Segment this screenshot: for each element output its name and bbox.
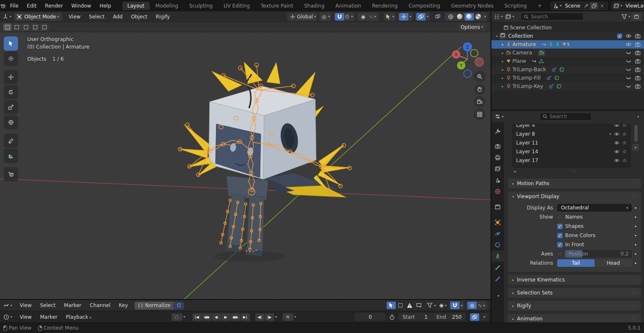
tool-add-cube[interactable] (4, 167, 18, 181)
outliner-filter-dropdown[interactable]: ▾ (621, 14, 630, 20)
panel-inverse-kinematics[interactable]: ▸Inverse Kinematics∷∷ (507, 274, 641, 285)
animate-dot[interactable]: • (632, 215, 637, 219)
tab-output[interactable] (491, 152, 504, 163)
expand-icon[interactable]: ▸ (501, 68, 505, 72)
normalize-button[interactable]: Normalize (135, 302, 174, 310)
graph-snap-dropdown[interactable]: ▾ (461, 304, 462, 307)
editor-type-timeline[interactable]: ▾ (3, 314, 12, 320)
auto-keying-record-button[interactable]: ○ (171, 313, 182, 321)
shading-material-preview-button[interactable] (465, 13, 474, 21)
graph-show-errors-toggle[interactable] (405, 302, 414, 309)
timeline-menu-view[interactable]: View (16, 314, 36, 320)
viewport-menu-add[interactable]: Add (109, 14, 127, 20)
select-mode-invert-button[interactable] (31, 23, 39, 31)
menu-edit[interactable]: Edit (23, 3, 41, 9)
viewport-menu-object[interactable]: Object (127, 14, 151, 20)
pan-hand-button[interactable] (474, 83, 486, 95)
layer-solo-icon[interactable]: ☆ (622, 149, 627, 155)
layer-visibility-icon[interactable] (614, 124, 619, 128)
panel-grip[interactable]: ∷∷ (632, 181, 638, 186)
properties-search[interactable] (540, 113, 592, 121)
disable-render-icon[interactable] (635, 58, 641, 64)
panel-rigify[interactable]: ▸Rigify∷∷ (507, 300, 641, 311)
menu-window[interactable]: Window (67, 3, 95, 9)
animate-dot[interactable]: • (632, 252, 637, 256)
gizmo-dropdown[interactable]: ▾ (410, 15, 411, 18)
expand-icon[interactable]: ▸ (501, 85, 505, 88)
graph-falloff-dropdown[interactable]: ∿▾ (477, 302, 486, 309)
row-collection[interactable]: ▾ Collection ✓ (491, 32, 644, 40)
list-expand-icon[interactable]: ► (514, 170, 517, 173)
row-armature[interactable]: ▸ Armature ↪ 5 (491, 40, 644, 49)
animate-dot[interactable]: • (632, 206, 637, 210)
current-frame-field[interactable]: 0 (355, 313, 386, 321)
axes-checkbox[interactable] (557, 251, 563, 257)
panel-grip[interactable]: ∷∷ (632, 291, 638, 295)
snap-settings-dropdown[interactable]: ▾ (344, 13, 353, 21)
shading-solid-button[interactable] (455, 13, 465, 21)
scene-name[interactable]: Scene (561, 3, 584, 9)
tool-cursor[interactable] (4, 52, 18, 66)
tab-texture-paint[interactable]: Texture Paint (256, 2, 298, 10)
viewport-3d[interactable]: User Orthographic (0) Collection | Armat… (0, 32, 491, 299)
graph-select-toggle[interactable] (387, 302, 396, 309)
tab-scripting[interactable]: Scripting (499, 2, 532, 10)
tab-sculpting[interactable]: Sculpting (184, 2, 218, 10)
row-scene-collection[interactable]: Scene Collection (491, 23, 644, 32)
select-mode-subtract-button[interactable] (22, 23, 30, 31)
names-checkbox[interactable] (557, 214, 563, 220)
list-resize-grip[interactable]: ∷∷ (571, 169, 576, 173)
visibility-dropdown[interactable]: ▾ (384, 13, 395, 21)
frame-end-field[interactable]: End250 (432, 313, 466, 321)
animate-dot[interactable]: • (632, 243, 637, 247)
options-dropdown[interactable]: Options▾ (457, 23, 486, 31)
hide-viewport-icon[interactable] (626, 58, 631, 64)
hide-viewport-icon[interactable] (626, 75, 631, 81)
transform-orientation-dropdown[interactable]: Global▾ (287, 13, 317, 21)
menu-file[interactable]: File (6, 3, 23, 9)
collection-exclude-checkbox[interactable]: ✓ (617, 34, 622, 39)
disable-render-icon[interactable] (635, 41, 641, 47)
expand-icon[interactable]: ▸ (501, 76, 505, 80)
jump-to-start-button[interactable]: |◀ (192, 313, 202, 321)
pin-icon[interactable] (584, 3, 589, 8)
tab-object[interactable] (491, 217, 504, 228)
disable-render-icon[interactable] (635, 33, 641, 39)
editor-type-graph[interactable]: ▾ (3, 302, 12, 308)
bone-collections-list[interactable]: Layer 4 ☆ Layer 8 •☆ Layer 11 ☆ Layer 14… (512, 124, 631, 168)
orthographic-toggle-button[interactable] (474, 108, 486, 120)
tab-geometry-nodes[interactable]: Geometry Nodes (446, 2, 499, 10)
editor-type-outliner[interactable]: ▾ (494, 14, 503, 20)
prev-frame-button[interactable]: ◀| (255, 313, 265, 321)
layer-solo-icon[interactable]: ☆ (622, 140, 627, 146)
auto-keying-dropdown[interactable]: ▾ (184, 315, 185, 319)
mode-dropdown[interactable]: Object Mode▾ (14, 13, 62, 21)
unlink-scene-icon[interactable]: × (598, 3, 606, 9)
panel-grip[interactable]: ∷∷ (632, 194, 638, 199)
tab-view-layer[interactable] (491, 163, 504, 174)
expand-icon[interactable]: ▸ (501, 51, 505, 55)
select-mode-extend-button[interactable] (13, 23, 21, 31)
scrollbar-thumb[interactable] (634, 125, 638, 142)
overlays-dropdown[interactable]: ▾ (427, 15, 428, 18)
display-as-dropdown[interactable]: Octahedral▾ (557, 204, 632, 212)
tab-shading[interactable]: Shading (299, 2, 330, 10)
viewport-menu-select[interactable]: Select (85, 14, 109, 20)
disable-render-icon[interactable] (635, 83, 641, 89)
tool-annotate[interactable] (4, 134, 18, 148)
select-mode-intersect-button[interactable] (40, 23, 49, 31)
list-dropdown-button[interactable]: ▾ (632, 144, 639, 151)
tab-render[interactable] (491, 140, 504, 152)
relations-head-button[interactable]: Head (595, 259, 632, 267)
hide-viewport-icon[interactable] (626, 50, 631, 56)
playback-sync-toggle[interactable] (470, 313, 479, 321)
layer-visibility-icon[interactable] (614, 132, 619, 137)
disable-render-icon[interactable] (635, 75, 641, 81)
tab-physics[interactable] (491, 228, 504, 239)
bone-colors-checkbox[interactable]: ✓ (557, 233, 563, 238)
blender-logo[interactable] (0, 3, 6, 9)
graph-normalize-view-toggle[interactable] (414, 302, 423, 309)
panel-grip[interactable]: ∷∷ (632, 304, 638, 308)
timeline-menu-marker[interactable]: Marker (36, 314, 62, 320)
graph-snap-toggle[interactable] (450, 302, 460, 309)
